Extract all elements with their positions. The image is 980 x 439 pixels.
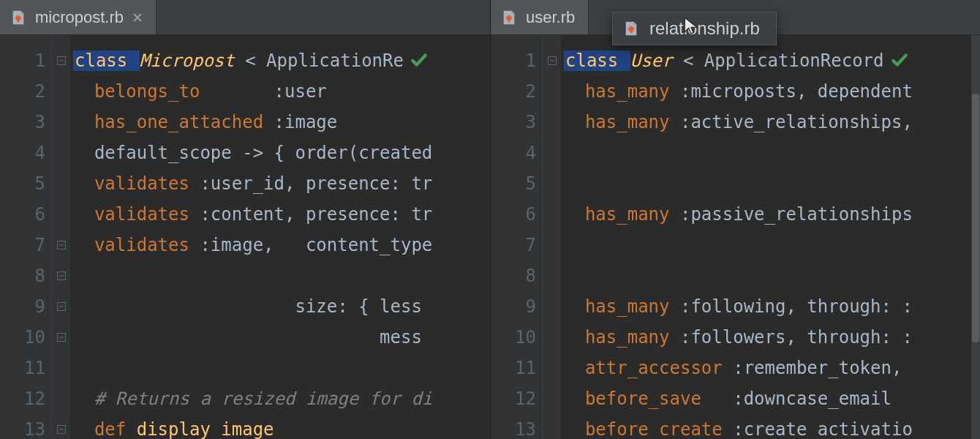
code-line[interactable] (564, 260, 980, 291)
fold-cell[interactable] (52, 260, 70, 291)
code-token: :downcase_email (701, 389, 892, 409)
fold-cell[interactable] (52, 291, 70, 322)
code-line[interactable]: size: { less (73, 291, 490, 322)
code-line[interactable]: def display_image (73, 414, 490, 439)
fold-toggle-icon[interactable] (57, 302, 66, 311)
code-line[interactable]: attr_accessor :remember_token, (564, 353, 980, 383)
code-right[interactable]: class User < ApplicationRecord has_many … (561, 35, 980, 439)
fold-cell[interactable] (52, 45, 70, 76)
fold-cell[interactable] (52, 322, 70, 353)
code-line[interactable] (73, 260, 490, 291)
fold-column-left[interactable] (51, 35, 70, 439)
fold-toggle-icon[interactable] (57, 56, 66, 65)
code-token: :remember_token, (723, 358, 902, 378)
fold-column-right[interactable] (542, 35, 561, 439)
analysis-ok-icon (410, 50, 429, 70)
fold-toggle-icon[interactable] (57, 425, 66, 434)
code-line[interactable]: mess (73, 322, 490, 353)
code-line[interactable]: has_one_attached :image (73, 107, 490, 138)
code-line[interactable]: class Micropost < ApplicationRe (73, 45, 490, 76)
code-line[interactable] (564, 230, 980, 260)
fold-cell (543, 107, 561, 138)
fold-toggle-icon[interactable] (548, 56, 557, 65)
fold-cell (52, 138, 70, 168)
code-token (564, 143, 574, 163)
close-icon[interactable] (132, 12, 143, 23)
code-token: mess (73, 327, 422, 348)
line-number: 13 (491, 414, 536, 439)
code-token: class (73, 50, 140, 71)
line-number: 3 (0, 107, 45, 138)
fold-cell[interactable] (52, 230, 70, 260)
ruby-file-icon (501, 10, 517, 26)
fold-toggle-icon[interactable] (57, 333, 66, 342)
fold-cell[interactable] (52, 414, 70, 439)
tab-micropost[interactable]: micropost.rb (0, 0, 157, 34)
code-token: def (94, 419, 126, 439)
tab-bar-left[interactable]: micropost.rb (0, 0, 490, 35)
line-number: 5 (491, 168, 536, 199)
tab-label: micropost.rb (35, 8, 124, 27)
fold-cell (543, 199, 561, 230)
vertical-scrollbar[interactable] (971, 35, 980, 439)
code-line[interactable]: belongs_to :user (73, 76, 490, 107)
scrollbar-thumb[interactable] (972, 94, 979, 342)
editor-pane-right: user.rb 12345678910111213 class User < A… (490, 0, 980, 439)
line-number: 1 (0, 45, 45, 76)
code-token (73, 173, 94, 194)
code-token: ApplicationRe (266, 50, 404, 71)
code-token (73, 419, 94, 439)
code-line[interactable] (564, 138, 980, 168)
code-line[interactable]: before_save :downcase_email (564, 383, 980, 414)
line-number: 10 (0, 322, 45, 353)
code-line[interactable]: validates :content, presence: tr (73, 199, 490, 230)
fold-cell (52, 76, 70, 107)
code-line[interactable]: has_many :passive_relationships (564, 199, 980, 230)
line-number: 6 (491, 199, 536, 230)
code-left[interactable]: class Micropost < ApplicationRe belongs_… (70, 35, 490, 439)
code-area-right[interactable]: 12345678910111213 class User < Applicati… (491, 35, 980, 439)
line-number: 3 (491, 107, 536, 138)
editor-split: micropost.rb 12345678910111213 class Mic… (0, 0, 980, 439)
code-token (564, 235, 574, 255)
code-token: validates (94, 235, 189, 255)
code-token (564, 296, 585, 317)
code-line[interactable]: has_many :microposts, dependent (564, 76, 980, 107)
code-token (564, 358, 585, 378)
code-line[interactable]: validates :image, content_type (73, 230, 490, 260)
tab-bar-right[interactable]: user.rb (491, 0, 980, 35)
code-token (564, 204, 585, 225)
code-token: before_save (585, 389, 701, 409)
code-token (73, 266, 83, 286)
code-line[interactable]: validates :user_id, presence: tr (73, 168, 490, 199)
code-token (73, 81, 94, 102)
code-area-left[interactable]: 12345678910111213 class Micropost < Appl… (0, 35, 490, 439)
code-line[interactable]: has_many :following, through: : (564, 291, 980, 322)
code-line[interactable]: has_many :active_relationships, (564, 107, 980, 138)
fold-toggle-icon[interactable] (57, 241, 66, 249)
line-number: 7 (491, 230, 536, 260)
line-number: 1 (491, 45, 536, 76)
code-line[interactable] (73, 353, 490, 383)
code-line[interactable]: before_create :create_activatio (564, 414, 980, 439)
code-token (564, 266, 574, 286)
code-line[interactable] (564, 168, 980, 199)
code-token (564, 81, 585, 102)
line-number: 6 (0, 199, 45, 230)
analysis-ok-icon (890, 50, 909, 70)
fold-toggle-icon[interactable] (57, 271, 66, 280)
code-token: has_many (585, 204, 670, 225)
line-number: 9 (491, 291, 536, 322)
fold-cell[interactable] (543, 45, 561, 76)
code-token (73, 204, 94, 225)
code-line[interactable]: class User < ApplicationRecord (564, 45, 980, 76)
code-line[interactable]: default_scope -> { order(created (73, 138, 490, 168)
fold-cell (543, 414, 561, 439)
code-token (564, 173, 574, 194)
code-token: :followers, through: : (670, 327, 913, 348)
code-token: Micropost (140, 50, 235, 71)
code-line[interactable]: # Returns a resized image for di (73, 383, 490, 414)
code-token (263, 112, 274, 132)
tab-user[interactable]: user.rb (491, 0, 589, 34)
code-line[interactable]: has_many :followers, through: : (564, 322, 980, 353)
